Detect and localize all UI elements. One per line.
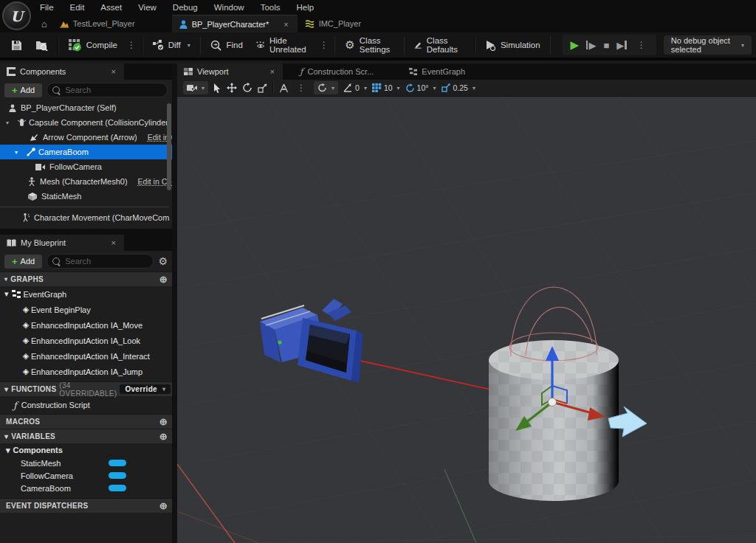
row-ia-move[interactable]: ◈ EnhancedInputAction IA_Move [0, 317, 172, 333]
tree-row-mesh[interactable]: Mesh (CharacterMesh0) Edit in C++ [0, 174, 172, 189]
functions-section-header[interactable]: ▾ FUNCTIONS (34 OVERRIDABLE) Override ▾ … [0, 381, 172, 396]
event-dispatchers-section-header[interactable]: EVENT DISPATCHERS ⊕ [0, 498, 172, 513]
tab-testlevel-player[interactable]: TestLevel_Player [52, 15, 142, 32]
menu-tools[interactable]: Tools [261, 3, 281, 12]
tree-row-cameraboom[interactable]: ▾ CameraBoom [0, 145, 172, 159]
class-settings-button[interactable]: ⚙ Class Settings [338, 35, 400, 55]
menu-asset[interactable]: Asset [100, 3, 122, 12]
select-tool-icon[interactable] [213, 83, 221, 93]
scale-tool-icon[interactable] [258, 83, 267, 93]
components-search-input[interactable] [63, 85, 162, 95]
menu-help[interactable]: Help [297, 3, 315, 12]
row-var-cameraboom[interactable]: CameraBoom [0, 482, 172, 494]
vertical-splitter[interactable] [172, 63, 177, 543]
row-ia-jump[interactable]: ◈ EnhancedInputAction IA_Jump [0, 364, 172, 379]
add-graph-icon[interactable]: ⊕ [159, 274, 168, 285]
camera-options-button[interactable]: ▾ [183, 81, 208, 94]
myblueprint-search-input[interactable] [63, 256, 148, 266]
tree-row-self[interactable]: BP_PlayerCharacter (Self) [0, 100, 172, 115]
tab-my-blueprint[interactable]: My Blueprint × [0, 235, 124, 251]
close-panel-icon[interactable]: × [110, 238, 117, 247]
class-defaults-button[interactable]: Class Defaults [408, 35, 471, 55]
browse-to-asset-button[interactable] [29, 35, 55, 55]
close-panel-icon[interactable]: × [110, 67, 117, 76]
find-button[interactable]: Find [204, 35, 249, 55]
expander-icon[interactable]: ▾ [6, 446, 10, 455]
object-variable-pill[interactable] [109, 460, 126, 466]
tree-row-arrow[interactable]: Arrow Component (Arrow) Edit in C [0, 130, 172, 145]
graphs-section-header[interactable]: ▾ GRAPHS ⊕ [0, 272, 172, 286]
compile-options-icon[interactable]: ⋮ [124, 40, 139, 50]
tree-row-capsule[interactable]: ▾ Capsule Component (CollisionCylinder [0, 115, 172, 130]
tab-eventgraph[interactable]: EventGraph [402, 63, 472, 80]
add-blueprint-item-button[interactable]: + Add [4, 255, 42, 269]
tree-row-staticmesh[interactable]: StaticMesh [0, 189, 172, 204]
expander-icon[interactable]: ▾ [4, 385, 8, 393]
play-icon[interactable]: ▶ [570, 38, 579, 52]
home-icon[interactable]: ⌂ [41, 18, 47, 30]
menu-view[interactable]: View [138, 3, 157, 12]
add-variable-icon[interactable]: ⊕ [159, 431, 168, 442]
object-variable-pill[interactable] [109, 485, 126, 491]
diff-button[interactable]: Diff ▾ [146, 35, 197, 55]
eject-icon[interactable]: ▶ [616, 40, 627, 51]
hide-unrelated-button[interactable]: Hide Unrelated [250, 35, 317, 55]
hide-unrelated-options-icon[interactable]: ⋮ [317, 40, 331, 50]
menu-debug[interactable]: Debug [173, 3, 198, 12]
tab-components[interactable]: Components × [0, 63, 124, 80]
coordinate-system-icon[interactable] [279, 83, 289, 93]
tree-row-character-movement[interactable]: Character Movement (CharMoveCom [0, 210, 172, 225]
add-macro-icon[interactable]: ⊕ [159, 416, 168, 427]
world-local-toggle-button[interactable]: ▾ [314, 81, 338, 94]
tab-imc-player[interactable]: IMC_Player [298, 15, 368, 32]
move-tool-icon[interactable] [227, 83, 237, 93]
expander-icon[interactable]: ▾ [6, 120, 15, 126]
rotate-tool-icon[interactable] [242, 83, 252, 93]
row-variables-category[interactable]: ▾ Components [0, 443, 172, 457]
object-variable-pill[interactable] [109, 472, 126, 479]
simulation-button[interactable]: Simulation [478, 35, 547, 55]
menu-window[interactable]: Window [214, 3, 244, 12]
add-dispatcher-icon[interactable]: ⊕ [159, 500, 168, 511]
tab-viewport[interactable]: Viewport × [177, 63, 283, 80]
debug-object-dropdown[interactable]: No debug object selected ▾ [664, 35, 752, 55]
save-button[interactable] [4, 35, 29, 55]
tab-bp-playercharacter[interactable]: BP_PlayerCharacter* × [172, 15, 298, 32]
panel-splitter[interactable] [0, 229, 172, 235]
row-var-staticmesh[interactable]: StaticMesh [0, 457, 172, 469]
compile-button[interactable]: Compile [62, 35, 124, 55]
override-dropdown[interactable]: Override ▾ [120, 384, 171, 394]
grid-snap-control[interactable]: 10 ▾ [372, 83, 400, 92]
viewport-canvas[interactable] [177, 97, 756, 543]
close-tab-icon[interactable]: × [282, 20, 289, 29]
row-ia-look[interactable]: ◈ EnhancedInputAction IA_Look [0, 333, 172, 348]
components-scrollbar[interactable] [167, 103, 171, 190]
scale-snap-control[interactable]: 0.25 ▾ [441, 83, 475, 92]
stop-icon[interactable]: ■ [603, 40, 609, 51]
close-tab-icon[interactable]: × [269, 67, 276, 76]
row-event-beginplay[interactable]: ◈ Event BeginPlay [0, 302, 172, 317]
expander-icon[interactable]: ▾ [15, 149, 24, 156]
expander-icon[interactable]: ▾ [4, 289, 9, 299]
settings-gear-icon[interactable]: ⚙ [158, 255, 168, 267]
row-construction-script[interactable]: ƒ Construction Script [0, 396, 172, 414]
add-component-button[interactable]: + Add [4, 83, 42, 97]
components-search[interactable] [47, 83, 168, 97]
expander-icon[interactable]: ▾ [4, 276, 7, 283]
row-ia-interact[interactable]: ◈ EnhancedInputAction IA_Interact [0, 348, 172, 364]
rotation-snap-control[interactable]: 10° ▾ [405, 83, 436, 92]
expander-icon[interactable]: ▾ [4, 432, 8, 440]
step-frame-icon[interactable]: ▶ [586, 40, 597, 51]
row-eventgraph[interactable]: ▾ EventGraph [0, 286, 172, 302]
unreal-logo[interactable]: U [2, 1, 31, 30]
row-var-followcamera[interactable]: FollowCamera [0, 469, 172, 482]
menu-file[interactable]: File [40, 3, 54, 12]
tab-construction-script[interactable]: ƒ Construction Scr... [293, 63, 380, 80]
myblueprint-search[interactable] [47, 254, 154, 269]
viewport-options-icon[interactable]: ⋮ [294, 83, 309, 93]
play-options-icon[interactable]: ⋮ [634, 40, 649, 50]
variables-section-header[interactable]: ▾ VARIABLES ⊕ [0, 429, 172, 443]
surface-snap-control[interactable]: 0 ▾ [343, 83, 367, 92]
macros-section-header[interactable]: MACROS ⊕ [0, 414, 172, 429]
tree-row-followcamera[interactable]: FollowCamera [0, 159, 172, 174]
